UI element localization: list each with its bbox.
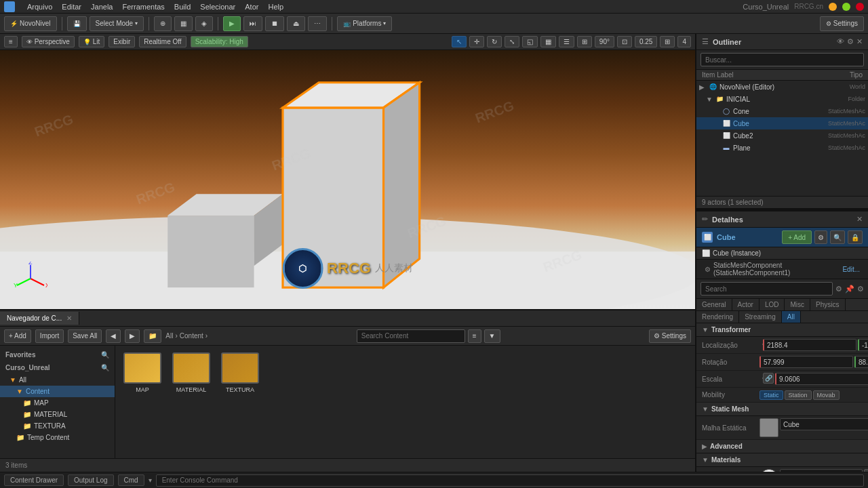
sidebar-content[interactable]: ▼ Content — [0, 386, 115, 397]
file-map[interactable]: MAP — [122, 352, 163, 393]
menu-editar[interactable]: Editar — [62, 3, 81, 11]
win-minimize[interactable] — [829, 3, 837, 11]
menu-ferramentas[interactable]: Ferramentas — [122, 3, 164, 11]
import-btn[interactable]: Import — [35, 329, 64, 343]
favorites-search-icon[interactable]: 🔍 — [101, 351, 109, 359]
back-btn[interactable]: ◀ — [106, 329, 121, 343]
more-btn[interactable]: ⋯ — [308, 16, 327, 31]
location-y-input[interactable] — [858, 339, 868, 351]
grid-val-btn[interactable]: ⊡ — [617, 36, 632, 47]
browser-tab-main[interactable]: Navegador de C... ✕ — [0, 312, 79, 325]
tab-rendering[interactable]: Rendering — [696, 311, 739, 323]
file-textura[interactable]: TEXTURA — [220, 352, 260, 393]
menu-ator[interactable]: Ator — [245, 3, 258, 11]
outliner-search-input[interactable] — [701, 53, 864, 66]
realtime-btn[interactable]: Realtime Off — [139, 36, 186, 47]
breadcrumb-all[interactable]: All — [165, 332, 173, 340]
add-component-btn[interactable]: + Add — [782, 230, 812, 244]
grid-025-btn[interactable]: 0.25 — [635, 36, 657, 47]
platforms-btn[interactable]: 📺 Platforms ▾ — [337, 16, 392, 31]
sort-btn[interactable]: ▼ — [484, 329, 500, 343]
menu-build[interactable]: Build — [174, 3, 191, 11]
rotation-x-input[interactable] — [760, 356, 853, 368]
show-paths-btn[interactable]: 📁 — [144, 329, 161, 343]
viewport-menu-btn[interactable]: ≡ — [4, 36, 18, 47]
tab-all[interactable]: All — [782, 311, 801, 323]
stop-btn[interactable]: ⏹ — [265, 16, 284, 31]
outliner-eye-icon[interactable]: 👁 — [837, 37, 844, 46]
scale-lock-btn[interactable]: 🔗 — [763, 373, 774, 384]
angle-btn[interactable]: 90° — [595, 36, 614, 47]
scale-btn[interactable]: ⤡ — [505, 36, 519, 47]
win-maximize[interactable] — [842, 3, 850, 11]
transform-space-btn[interactable]: ◱ — [522, 36, 538, 47]
sidebar-temp[interactable]: 📁 Temp Content — [0, 432, 115, 443]
search-content-input[interactable] — [357, 329, 465, 343]
search-actor-btn[interactable]: 🔍 — [830, 230, 845, 244]
breadcrumb-content[interactable]: Content — [180, 332, 203, 340]
content-drawer-tab[interactable]: Content Drawer — [4, 474, 64, 486]
mob-movab-btn[interactable]: Movab — [813, 390, 840, 400]
settings-btn[interactable]: ⚙ Settings — [820, 16, 864, 31]
sidebar-all[interactable]: ▼ All — [0, 374, 115, 386]
outliner-close-btn[interactable]: ✕ — [856, 37, 863, 46]
lock-actor-btn[interactable]: 🔒 — [848, 230, 863, 244]
details-instance[interactable]: ⬜ Cube (Instance) — [696, 247, 868, 260]
scalability-btn[interactable]: Scalability: High — [191, 36, 248, 47]
menu-janela[interactable]: Janela — [91, 3, 113, 11]
sidebar-material[interactable]: 📁 MATERIAL — [0, 409, 115, 420]
tab-physics[interactable]: Physics — [810, 299, 845, 310]
add-content-btn[interactable]: + Add — [4, 329, 31, 343]
view-mode-btn[interactable]: ☰ — [559, 36, 574, 47]
console-input[interactable] — [156, 474, 864, 487]
tab-misc[interactable]: Misc — [785, 299, 810, 310]
cmd-dropdown[interactable]: ▾ — [149, 476, 152, 484]
viewport-3d[interactable]: RRCG RRCG RRCG RRCG RRCG RRCG X Y Z ⬡ RR… — [0, 50, 695, 309]
filter-icon[interactable]: ⚙ — [835, 285, 842, 293]
tree-cube2[interactable]: ⬜ Cube2 StaticMeshAc — [696, 129, 868, 142]
menu-help[interactable]: Help — [268, 3, 283, 11]
camera-speed-btn[interactable]: ▦ — [540, 36, 556, 47]
file-material[interactable]: MATERIAL — [171, 352, 212, 393]
grid-btn[interactable]: ▦ — [174, 16, 193, 31]
num-btn[interactable]: ⊞ — [660, 36, 675, 47]
transform-section-header[interactable]: ▼ Transformer — [696, 323, 868, 337]
settings-icon-2[interactable]: ⚙ — [857, 285, 864, 293]
forward-btn[interactable]: ▶ — [125, 329, 140, 343]
translate-btn[interactable]: ✛ — [469, 36, 484, 47]
save-btn[interactable]: 💾 — [67, 16, 87, 31]
location-x-input[interactable] — [763, 339, 856, 351]
play-btn[interactable]: ▶ — [223, 16, 241, 31]
tree-cube[interactable]: ⬜ Cube StaticMeshAc — [696, 117, 868, 129]
tree-cone[interactable]: ◯ Cone StaticMeshAc — [696, 105, 868, 117]
details-search-input[interactable] — [701, 282, 833, 296]
num-4-btn[interactable]: 4 — [677, 36, 691, 47]
save-all-btn[interactable]: Save All — [68, 329, 102, 343]
materials-section-header[interactable]: ▼ Materials — [696, 453, 868, 467]
advanced-section[interactable]: ▶ Advanced — [696, 440, 868, 453]
tree-plane[interactable]: ▬ Plane StaticMeshAc — [696, 142, 868, 154]
tab-general[interactable]: General — [696, 299, 732, 310]
tree-inicial[interactable]: ▼ 📁 INICIAL Folder — [696, 93, 868, 105]
mob-static-btn[interactable]: Static — [760, 390, 783, 400]
exibir-btn[interactable]: Exibir — [108, 36, 135, 47]
transform-mode-btn[interactable]: ⊕ — [154, 16, 172, 31]
tree-novonivel[interactable]: ▶ 🌐 NovoNivel (Editor) World — [696, 81, 868, 93]
project-name-btn[interactable]: ⚡ NovoNivel — [4, 16, 57, 31]
eject-btn[interactable]: ⏏ — [287, 16, 305, 31]
skip-btn[interactable]: ⏭ — [243, 16, 262, 31]
perspective-btn[interactable]: 👁 Perspective — [22, 36, 75, 47]
rotation-y-input[interactable] — [854, 356, 868, 368]
select-icon-btn[interactable]: ↖ — [452, 36, 467, 47]
select-mode-btn[interactable]: Select Mode ▾ — [90, 16, 144, 31]
grid-size-btn[interactable]: ⊞ — [577, 36, 592, 47]
browser-settings-btn[interactable]: ⚙ Settings — [649, 329, 691, 343]
lit-btn[interactable]: 💡 Lit — [79, 36, 104, 47]
mesh-name-input[interactable] — [780, 418, 868, 430]
pin-icon[interactable]: 📌 — [845, 285, 854, 293]
details-close-btn[interactable]: ✕ — [856, 215, 863, 224]
win-close[interactable] — [856, 3, 864, 11]
outliner-settings-icon[interactable]: ⚙ — [847, 37, 854, 46]
menu-selecionar[interactable]: Selecionar — [200, 3, 235, 11]
menu-arquivo[interactable]: Arquivo — [27, 3, 52, 11]
